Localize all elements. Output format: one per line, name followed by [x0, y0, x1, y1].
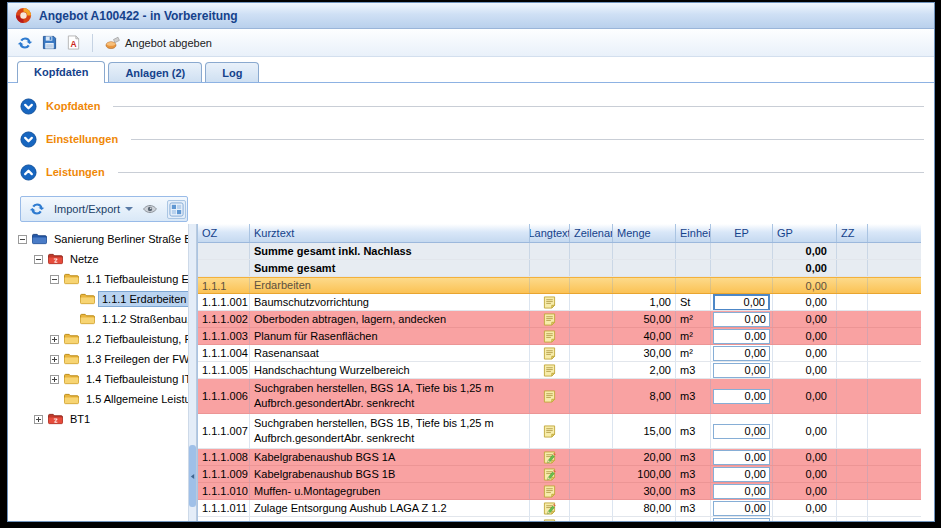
- ep-input[interactable]: [713, 312, 770, 327]
- section-header[interactable]: Leistungen: [20, 161, 924, 183]
- tree-expander-icon[interactable]: [50, 375, 61, 384]
- table-row[interactable]: 1.1.1.007 Suchgraben herstellen, BGS 1B,…: [198, 414, 921, 449]
- panel-splitter[interactable]: [188, 224, 197, 521]
- pdf-export-button[interactable]: A: [66, 35, 81, 50]
- tree-expander-icon[interactable]: [50, 275, 61, 284]
- tab[interactable]: Anlagen (2): [108, 62, 202, 82]
- cell-menge: 80,00: [613, 500, 676, 516]
- col-oz[interactable]: OZ: [198, 224, 250, 242]
- table-row[interactable]: 1.1.1.010 Muffen- u.Montagegruben 30,00 …: [198, 483, 921, 500]
- cell-filler: [868, 362, 921, 378]
- langtext-note-icon[interactable]: [543, 296, 556, 309]
- section-header[interactable]: Einstellungen: [20, 128, 924, 150]
- cell-einheit: [676, 260, 711, 276]
- kopfdaten-tab-content: Kopfdaten Einstellungen Leistungen: [8, 83, 934, 521]
- tree-item[interactable]: 1.1 Tiefbauleistung Elt,: [14, 269, 188, 289]
- table-row[interactable]: Summe gesamt 0,00: [198, 260, 921, 277]
- table-row[interactable]: Summe gesamt inkl. Nachlass 0,00: [198, 243, 921, 260]
- tree-expander-icon[interactable]: [34, 415, 45, 424]
- table-row[interactable]: 1.1.1.012 Zulage Entsorgung Aushub LAGA …: [198, 517, 921, 521]
- cell-oz: 1.1.1.003: [198, 328, 250, 344]
- ep-input[interactable]: [713, 484, 770, 499]
- tree-item[interactable]: Netze: [14, 249, 188, 269]
- cell-filler: [868, 345, 921, 361]
- table-row[interactable]: 1.1.1.001 Baumschutzvorrichtung 1,00 St: [198, 294, 921, 311]
- grid-refresh-button[interactable]: [27, 199, 47, 219]
- langtext-note-icon[interactable]: [543, 468, 556, 481]
- tree-expander-icon[interactable]: [50, 335, 61, 344]
- tab[interactable]: Kopfdaten: [17, 61, 105, 83]
- ep-input[interactable]: [713, 329, 770, 344]
- save-button[interactable]: [42, 35, 57, 50]
- tree-item[interactable]: Sanierung Berliner Straße Ber: [14, 229, 188, 249]
- tree-expander-icon[interactable]: [18, 235, 29, 244]
- langtext-note-icon[interactable]: [543, 347, 556, 360]
- table-row[interactable]: 1.1.1 Erdarbeiten: [198, 277, 921, 294]
- langtext-note-icon[interactable]: [543, 425, 556, 438]
- layout-grid-icon: [169, 202, 184, 217]
- visibility-button[interactable]: [140, 199, 160, 219]
- ep-input[interactable]: [713, 501, 770, 516]
- window-title: Angebot A100422 - in Vorbereitung: [39, 9, 238, 23]
- chevron-circle-icon[interactable]: [20, 164, 37, 181]
- table-row[interactable]: 1.1.1.005 Handschachtung Wurzelbereich 2…: [198, 362, 921, 379]
- tree-item[interactable]: 1.3 Freilegen der FW-L: [14, 349, 188, 369]
- col-zeilenart[interactable]: Zeilenart: [570, 224, 613, 242]
- langtext-note-icon[interactable]: [543, 330, 556, 343]
- langtext-note-icon[interactable]: [543, 364, 556, 377]
- col-menge[interactable]: Menge: [613, 224, 676, 242]
- col-gp[interactable]: GP: [773, 224, 837, 242]
- import-export-button[interactable]: Import/Export: [54, 203, 133, 215]
- ep-input[interactable]: [713, 346, 770, 361]
- table-row[interactable]: 1.1.1.003 Planum für Rasenflächen 40,00 …: [198, 328, 921, 345]
- ep-input[interactable]: [713, 294, 770, 310]
- tree-item[interactable]: 1.4 Tiefbauleistung IT,o: [14, 369, 188, 389]
- ep-input[interactable]: [713, 467, 770, 482]
- table-row[interactable]: 1.1.1.002 Oberboden abtragen, lagern, an…: [198, 311, 921, 328]
- splitter-collapse-handle[interactable]: [189, 445, 196, 507]
- langtext-note-icon[interactable]: [543, 313, 556, 326]
- cell-langtext: [530, 500, 570, 516]
- cell-oz: 1.1.1.004: [198, 345, 250, 361]
- col-kurztext[interactable]: Kurztext: [250, 224, 530, 242]
- tree-item[interactable]: 1.2 Tiefbauleistung, Rü: [14, 329, 188, 349]
- cell-langtext: [530, 328, 570, 344]
- table-row[interactable]: 1.1.1.011 Zulage Entsorgung Aushub LAGA …: [198, 500, 921, 517]
- tree-item[interactable]: 1.1.2 Straßenbau,: [14, 309, 188, 329]
- table-row[interactable]: 1.1.1.004 Rasenansaat 30,00 m²: [198, 345, 921, 362]
- ep-input[interactable]: [713, 363, 770, 378]
- section-header[interactable]: Kopfdaten: [20, 95, 924, 117]
- cell-filler: [868, 294, 921, 310]
- submit-offer-button[interactable]: Angebot abgeben: [104, 35, 212, 51]
- langtext-note-icon[interactable]: [543, 451, 556, 464]
- kurztext-line2: Aufbrch.gesondertAbr. senkrecht: [254, 396, 414, 411]
- tree-item[interactable]: 1.5 Allgemeine Leistun: [14, 389, 188, 409]
- table-row[interactable]: 1.1.1.009 Kabelgrabenaushub BGS 1B 100,0…: [198, 466, 921, 483]
- tree-expander-icon[interactable]: [50, 355, 61, 364]
- chevron-circle-icon[interactable]: [20, 98, 37, 115]
- tree-item[interactable]: BT1: [14, 409, 188, 429]
- tree-item[interactable]: 1.1.1 Erdarbeiten: [14, 289, 188, 309]
- col-langtext[interactable]: Langtext: [530, 224, 570, 242]
- ep-input[interactable]: [713, 424, 770, 439]
- langtext-note-icon[interactable]: [543, 390, 556, 403]
- table-row[interactable]: 1.1.1.008 Kabelgrabenaushub BGS 1A 20,00…: [198, 449, 921, 466]
- langtext-note-icon[interactable]: [543, 502, 556, 515]
- cell-langtext: [530, 278, 570, 293]
- layout-toggle-button[interactable]: [167, 200, 186, 219]
- cell-kurztext: Summe gesamt: [250, 260, 530, 276]
- col-einheit[interactable]: Einheit: [676, 224, 711, 242]
- ep-input[interactable]: [713, 450, 770, 465]
- ep-input[interactable]: [713, 389, 770, 404]
- col-ep[interactable]: EP: [711, 224, 773, 242]
- langtext-note-icon[interactable]: [543, 519, 556, 522]
- col-zz[interactable]: ZZ: [837, 224, 868, 242]
- ep-input[interactable]: [713, 518, 770, 522]
- tab[interactable]: Log: [205, 62, 259, 82]
- chevron-circle-icon[interactable]: [20, 131, 37, 148]
- cell-zz: [837, 243, 868, 259]
- table-row[interactable]: 1.1.1.006 Suchgraben herstellen, BGS 1A,…: [198, 379, 921, 414]
- langtext-note-icon[interactable]: [543, 485, 556, 498]
- tree-expander-icon[interactable]: [34, 255, 45, 264]
- refresh-button[interactable]: [17, 35, 33, 51]
